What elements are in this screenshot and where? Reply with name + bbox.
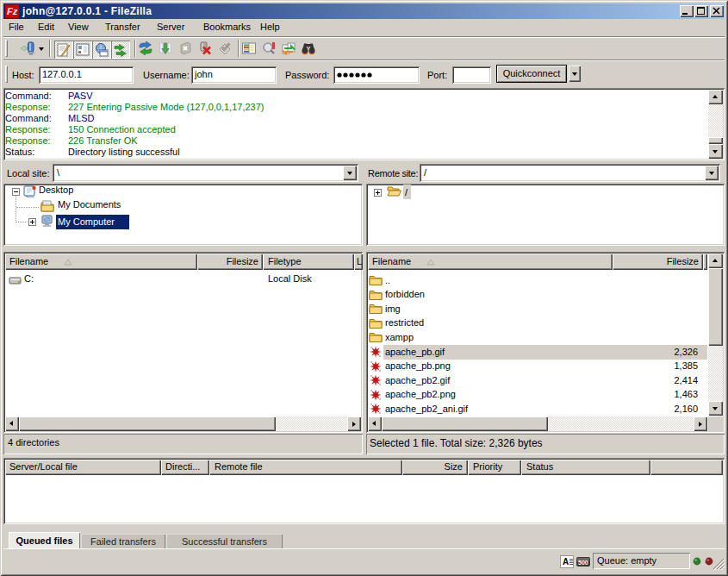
svg-text:Fz: Fz: [7, 6, 18, 16]
svg-text:500: 500: [578, 560, 588, 566]
